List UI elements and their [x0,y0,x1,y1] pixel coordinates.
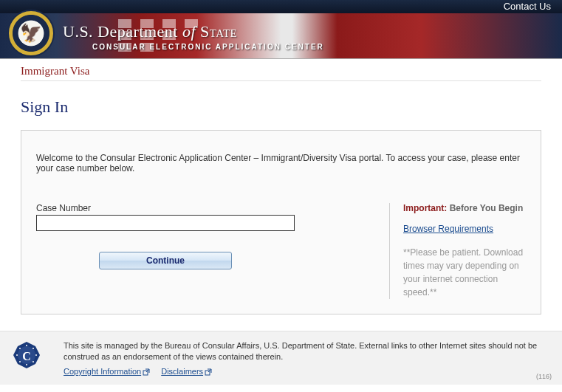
consular-seal: C [12,340,41,370]
important-text: Before You Begin [447,203,523,213]
important-label: Important: [403,203,447,213]
svg-point-5 [35,354,37,356]
svg-point-3 [26,345,27,346]
svg-point-7 [26,364,27,365]
signin-panel: Welcome to the Consular Electronic Appli… [21,130,541,314]
page-title: Sign In [21,97,541,117]
svg-text:C: C [22,350,31,362]
external-icon [143,368,150,376]
page-number: (116) [536,373,552,380]
external-icon [205,368,212,376]
svg-point-4 [32,348,34,349]
eagle-icon: 🦅 [20,23,42,44]
copyright-link[interactable]: Copyright Information [64,367,150,376]
footer: C This site is managed by the Bureau of … [0,331,562,385]
svg-point-6 [32,361,34,362]
contact-link[interactable]: Contact Us [504,1,551,12]
header-banner: 🦅 U.S. Department of State CONSULAR ELEC… [0,13,562,59]
svg-point-8 [19,361,21,362]
patience-text: **Please be patient. Download times may … [403,246,526,299]
important-notice: Important: Before You Begin [403,203,526,213]
svg-point-9 [16,354,18,356]
disclaimers-link[interactable]: Disclaimers [161,367,212,376]
svg-point-10 [19,348,21,349]
footer-text: This site is managed by the Bureau of Co… [64,340,555,377]
breadcrumb: Immigrant Visa [21,65,541,81]
case-number-label: Case Number [36,203,374,213]
state-seal: 🦅 [7,10,55,57]
continue-button[interactable]: Continue [99,252,232,269]
welcome-text: Welcome to the Consular Electronic Appli… [36,153,526,173]
form-column: Case Number Continue [36,203,389,299]
top-bar: Contact Us [0,0,562,13]
case-number-input[interactable] [36,215,295,231]
header-text: U.S. Department of State CONSULAR ELECTR… [63,22,324,51]
sidebar-column: Important: Before You Begin Browser Requ… [389,203,526,299]
browser-requirements-link[interactable]: Browser Requirements [403,224,526,234]
